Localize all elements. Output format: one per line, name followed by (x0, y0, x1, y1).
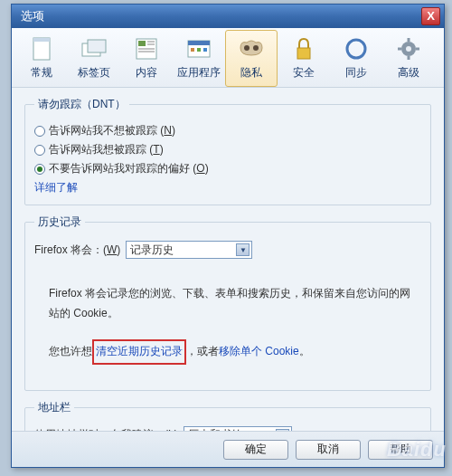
general-icon (16, 34, 67, 63)
tab-applications[interactable]: 应用程序 (173, 30, 225, 87)
tab-label: 高级 (383, 65, 434, 81)
applications-icon (174, 34, 224, 63)
cancel-button[interactable]: 取消 (296, 440, 361, 460)
sync-icon (331, 34, 381, 63)
radio-label: 告诉网站我不想被跟踪 (N) (49, 123, 175, 138)
window-title: 选项 (21, 8, 421, 24)
svg-rect-5 (138, 41, 146, 46)
close-button[interactable]: X (421, 7, 440, 25)
history-mode-select[interactable]: 记录历史 ▼ (126, 241, 252, 259)
history-legend: 历史记录 (34, 214, 85, 230)
titlebar[interactable]: 选项 X (12, 5, 444, 28)
tab-label: 内容 (121, 65, 172, 81)
radio-icon (34, 164, 45, 175)
content-icon (121, 34, 172, 63)
svg-rect-13 (197, 48, 201, 52)
category-toolbar: 常规 标签页 内容 应用程序 隐私 (12, 28, 444, 88)
select-value: 记录历史 (130, 243, 174, 258)
svg-point-15 (244, 45, 250, 51)
svg-point-16 (253, 45, 259, 51)
radio-no-pref[interactable]: 不要告诉网站我对跟踪的偏好 (O) (34, 161, 421, 176)
svg-rect-17 (297, 48, 310, 59)
tab-privacy[interactable]: 隐私 (225, 30, 278, 87)
tab-label: 安全 (278, 65, 329, 81)
locationbar-legend: 地址栏 (34, 400, 74, 415)
learn-more-link[interactable]: 详细了解 (34, 181, 78, 194)
tab-content[interactable]: 内容 (120, 30, 173, 87)
svg-rect-11 (188, 41, 210, 45)
tab-label: 常规 (16, 65, 67, 81)
radio-no-track[interactable]: 告诉网站我不想被跟踪 (N) (34, 123, 421, 138)
gear-icon (383, 34, 434, 63)
tab-general[interactable]: 常规 (15, 30, 68, 87)
svg-rect-12 (191, 48, 194, 52)
tab-sync[interactable]: 同步 (330, 30, 382, 87)
dnt-group: 请勿跟踪（DNT） 告诉网站我不想被跟踪 (N) 告诉网站我想被跟踪 (T) 不… (24, 97, 431, 205)
dialog-footer: 确定 取消 帮助 (12, 431, 444, 467)
svg-rect-3 (88, 40, 106, 52)
help-button[interactable]: 帮助 (368, 440, 433, 460)
remove-cookie-link[interactable]: 移除单个 Cookie (219, 345, 299, 357)
options-dialog: 选项 X 常规 标签页 内容 应用程序 (11, 4, 445, 468)
history-clear-row: 您也许想清空近期历史记录，或者移除单个 Cookie。 (49, 339, 414, 365)
tab-security[interactable]: 安全 (278, 30, 330, 87)
svg-rect-14 (203, 48, 207, 52)
chevron-down-icon: ▼ (236, 243, 250, 256)
radio-label: 不要告诉网站我对跟踪的偏好 (O) (49, 161, 209, 176)
tab-label: 同步 (331, 65, 381, 81)
radio-label: 告诉网站我想被跟踪 (T) (49, 142, 164, 157)
history-mode-label: Firefox 将会：(W) (34, 243, 120, 258)
tab-advanced[interactable]: 高级 (382, 30, 435, 87)
radio-track[interactable]: 告诉网站我想被跟踪 (T) (34, 142, 421, 157)
history-group: 历史记录 Firefox 将会：(W) 记录历史 ▼ Firefox 将会记录您… (24, 214, 431, 391)
clear-history-link[interactable]: 清空近期历史记录 (96, 345, 183, 357)
tab-label: 隐私 (226, 65, 277, 81)
svg-rect-1 (33, 38, 50, 42)
radio-icon (34, 126, 45, 137)
tabs-icon (69, 34, 119, 63)
svg-point-20 (406, 46, 411, 52)
tab-tabs[interactable]: 标签页 (68, 30, 120, 87)
dnt-legend: 请勿跟踪（DNT） (34, 97, 129, 112)
tab-label: 标签页 (69, 65, 119, 81)
history-description: Firefox 将会记录您的浏览、下载、表单和搜索历史，和保留来自您访问的网站的… (49, 284, 414, 323)
content-area: 请勿跟踪（DNT） 告诉网站我不想被跟踪 (N) 告诉网站我想被跟踪 (T) 不… (12, 88, 444, 436)
security-icon (278, 34, 329, 63)
radio-icon (34, 145, 45, 156)
tab-label: 应用程序 (174, 65, 224, 81)
svg-point-18 (347, 40, 365, 58)
privacy-icon (226, 34, 277, 63)
ok-button[interactable]: 确定 (223, 440, 288, 460)
